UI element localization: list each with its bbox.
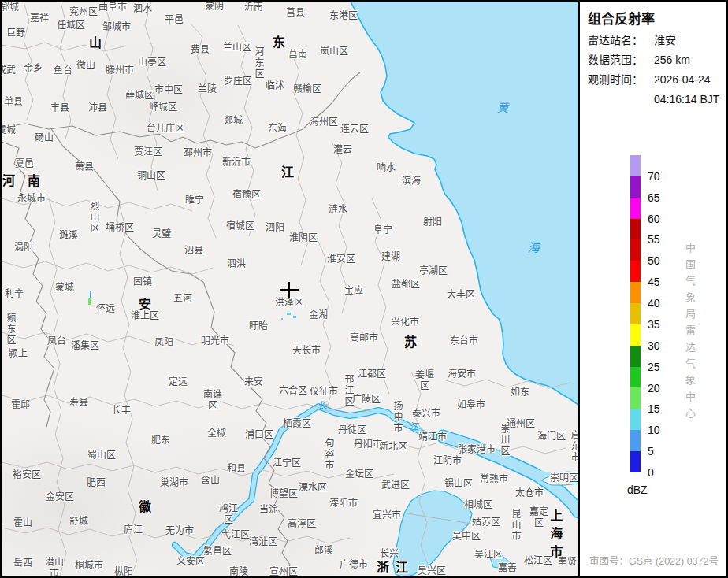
map-label: 江都区 [358,369,386,380]
map-label: 颍东区 [4,313,15,346]
radar-station-label: 雷达站名： [588,31,654,50]
legend-color-segment [630,451,641,472]
map-label: 崇明区 [550,473,578,484]
map-label: 溧水区 [299,483,327,494]
map-label: 宝应 [344,286,363,297]
map-label: 临沭 [266,81,284,92]
info-panel: 组合反射率 雷达站名： 淮安 数据范围： 256 km 观测时间： 2026-0… [578,2,726,576]
data-range-row: 数据范围： 256 km [588,50,726,70]
legend-tick: 70 [648,170,660,183]
map-label: 郎溪 [314,546,333,557]
map-label: 郯城 [224,116,243,127]
map-label: 濉溪 [59,231,78,242]
map-label: 天长市 [292,346,321,357]
map-label: 肥西 [87,478,106,489]
legend-color-segment [630,198,641,219]
observation-time-row: 观测时间： 2026-04-24 04:16:14 BJT [588,70,726,109]
map-label: 嘉定 区 [529,507,548,529]
map-label: 薛城区 [125,91,154,102]
map-label: 泗阳 [266,223,284,234]
legend-color-segment [630,387,641,409]
map-label: 颍上 [9,349,28,360]
map-label: 金湖 [309,310,328,321]
reflectivity-legend: 0510152025303540455055606570 [630,155,725,472]
map-label: 赣榆区 [293,84,321,95]
map-label: 平邑 [165,15,184,26]
map-label: 潘集区 [71,341,99,352]
legend-tick: 65 [648,191,660,204]
legend-tick: 35 [648,318,660,331]
map-label: 金乡 [24,64,43,75]
map-label: 蒙城 [55,283,74,294]
map-label: 广德市 [340,560,368,571]
map-label: 费县 [191,45,210,56]
legend-color-segment [630,346,641,367]
map-label: 湾沚区 [249,537,277,548]
map-label: 泰兴市 [412,409,440,420]
map-label: 启东市 [568,430,578,463]
map-label: 凤阳 [154,338,173,349]
map-label: 莒县 [286,8,305,19]
map-label: 固镇 [133,277,152,288]
map-label: 灌云 [333,145,352,156]
map-label: 巢湖市 [160,478,188,489]
map-label: 市中区 [154,85,183,96]
map-label: 微山 [76,61,95,72]
map-label: 通州区 [507,419,535,430]
map-label: 广陵区 [352,395,381,406]
map-label: 任城区 [57,20,85,31]
map-label: 邗江区 [342,374,353,407]
map-label: 句容市 [322,438,333,471]
map-label: 淮上区 [131,311,159,322]
legend-color-segment [630,430,641,451]
map-label: 义安区 [176,557,205,568]
map-label: 含山 [201,476,220,487]
legend-color-segment [630,176,641,198]
map-label: 滕州市 [106,65,134,76]
map-label: 淮安区 [327,254,355,265]
map-label: 建湖 [381,252,400,263]
map-label: 宜兴市 [373,510,401,521]
map-label: 泗县 [184,246,203,257]
legend-tick: 10 [648,424,660,436]
map-label: 岚山区 [320,46,348,57]
map-label: 和县 [227,464,246,475]
map-label: 兖州区 [69,7,98,18]
map-label: 奉贤区 [558,557,578,568]
map-label: 高淳区 [288,519,316,530]
map-label: 埇桥区 [106,223,134,234]
map-label: 昆山市 [509,509,520,542]
legend-color-segment [630,324,641,346]
map-label: 丰县 [50,103,69,114]
map-label: 海州区 [310,117,338,128]
map-label: 萧县 [75,162,94,173]
map-label: 枞阳 [114,567,133,576]
observation-time-label: 观测时间： [588,70,654,109]
legend-color-segment [630,155,641,176]
map-label: 兰陵 [198,84,217,95]
map-label: 弋江区 [221,530,250,541]
legend-color-bar [630,155,641,472]
map-label: 常熟市 [480,474,508,485]
map-label: 仪征市 [310,387,338,398]
legend-color-segment [630,282,641,303]
map-label: 盐都区 [392,280,420,291]
map-label: 金安区 [46,492,74,503]
station-cross-marker [280,282,299,298]
map-label: 盱眙 [249,321,268,332]
legend-color-segment [630,409,641,430]
map-label: 明光市 [201,336,229,347]
map-label: 山 [89,36,102,50]
legend-color-segment [630,303,641,324]
map-label: 张家港市 [458,445,496,456]
map-label: 单县 [4,97,23,108]
map-label: 桐城市 [75,561,103,572]
map-label: 峄城区 [149,102,177,113]
map-label: 肥东 [151,435,170,446]
map-label: 砀山 [35,133,54,144]
map-label: 丹阳市 [354,439,382,450]
map-label: 五河 [173,294,192,305]
legend-tick: 30 [648,339,660,352]
map-label: 浦口区 [245,430,273,441]
map-label: 舒城 [69,517,88,528]
